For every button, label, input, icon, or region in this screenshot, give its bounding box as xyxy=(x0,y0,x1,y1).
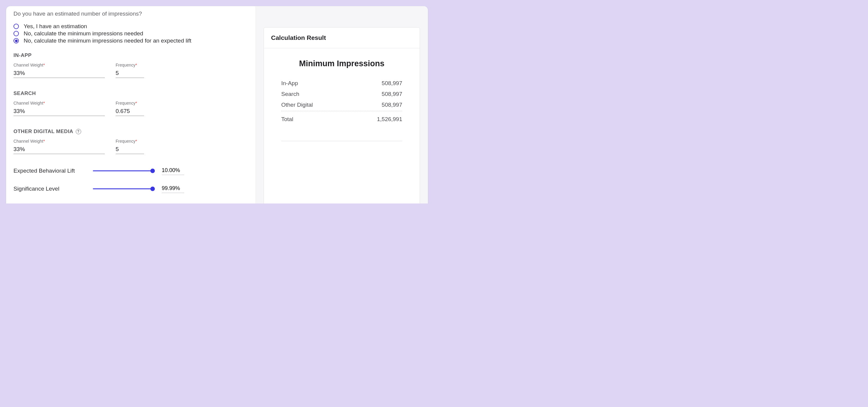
slider-expected-lift-row: Expected Behavioral Lift xyxy=(13,167,248,175)
impressions-question: Do you have an estimated number of impre… xyxy=(13,10,248,17)
radio-icon xyxy=(13,38,19,43)
result-card: Calculation Result Minimum Impressions I… xyxy=(264,27,420,204)
search-weight-input[interactable] xyxy=(13,107,105,116)
slider-expected-lift-label: Expected Behavioral Lift xyxy=(13,168,84,174)
slider-track xyxy=(93,171,153,171)
inapp-frequency-input[interactable] xyxy=(116,69,144,78)
slider-track xyxy=(93,188,153,190)
radio-icon xyxy=(13,31,19,36)
field-label: Channel Weight* xyxy=(13,63,105,67)
other-weight-input[interactable] xyxy=(13,145,105,154)
significance-value-input[interactable] xyxy=(162,185,184,193)
result-row-other: Other Digital 508,997 xyxy=(281,99,402,110)
label-text: Channel Weight xyxy=(13,139,43,144)
result-table: In-App 508,997 Search 508,997 Other Digi… xyxy=(281,78,402,125)
result-pane: Calculation Result Minimum Impressions I… xyxy=(255,6,428,204)
field-row: Channel Weight* Frequency* xyxy=(13,101,248,116)
field-frequency: Frequency* xyxy=(116,139,144,154)
channel-other-title-text: OTHER DIGITAL MEDIA xyxy=(13,128,73,135)
help-icon[interactable]: ? xyxy=(76,129,81,134)
field-label: Frequency* xyxy=(116,63,144,67)
slider-value-box xyxy=(162,167,184,175)
result-row-value: 508,997 xyxy=(381,101,402,108)
field-row: Channel Weight* Frequency* xyxy=(13,63,248,78)
slider-significance-row: Significance Level xyxy=(13,185,248,193)
radio-option-have-estimation[interactable]: Yes, I have an estimation xyxy=(13,23,248,30)
divider xyxy=(281,141,402,141)
result-row-label: Search xyxy=(281,91,299,97)
label-text: Frequency xyxy=(116,139,135,144)
channel-inapp-title: IN-APP xyxy=(13,53,248,58)
channel-search-title: SEARCH xyxy=(13,90,248,96)
impressions-radio-group: Yes, I have an estimation No, calculate … xyxy=(13,23,248,44)
radio-label: Yes, I have an estimation xyxy=(24,23,87,30)
channel-other-digital: OTHER DIGITAL MEDIA ? Channel Weight* Fr… xyxy=(13,128,248,154)
radio-option-calc-minimum[interactable]: No, calculate the minimum impressions ne… xyxy=(13,30,248,37)
result-row-value: 508,997 xyxy=(381,91,402,97)
required-star: * xyxy=(43,139,44,144)
result-row-total: Total 1,526,991 xyxy=(281,111,402,125)
slider-thumb xyxy=(150,169,155,173)
channel-search: SEARCH Channel Weight* Frequency* xyxy=(13,90,248,116)
radio-label: No, calculate the minimum impressions ne… xyxy=(24,37,191,44)
inapp-weight-input[interactable] xyxy=(13,69,105,78)
result-row-search: Search 508,997 xyxy=(281,89,402,99)
result-title: Minimum Impressions xyxy=(281,59,402,68)
field-frequency: Frequency* xyxy=(116,101,144,116)
other-frequency-input[interactable] xyxy=(116,145,144,154)
result-body: Minimum Impressions In-App 508,997 Searc… xyxy=(264,48,420,141)
field-channel-weight: Channel Weight* xyxy=(13,101,105,116)
slider-thumb xyxy=(150,187,155,191)
slider-value-box xyxy=(162,185,184,193)
required-star: * xyxy=(135,139,137,144)
radio-icon xyxy=(13,24,19,29)
result-row-label: Other Digital xyxy=(281,101,313,108)
radio-label: No, calculate the minimum impressions ne… xyxy=(24,30,143,37)
slider-expected-lift[interactable] xyxy=(93,168,153,174)
label-text: Frequency xyxy=(116,101,135,106)
search-frequency-input[interactable] xyxy=(116,107,144,116)
form-pane: Do you have an estimated number of impre… xyxy=(6,6,255,204)
result-row-value: 508,997 xyxy=(381,80,402,87)
required-star: * xyxy=(135,63,137,67)
channel-other-title: OTHER DIGITAL MEDIA ? xyxy=(13,128,248,135)
required-star: * xyxy=(43,63,44,67)
result-card-title: Calculation Result xyxy=(264,28,420,48)
field-channel-weight: Channel Weight* xyxy=(13,63,105,78)
radio-option-calc-minimum-lift[interactable]: No, calculate the minimum impressions ne… xyxy=(13,37,248,44)
result-row-label: Total xyxy=(281,116,293,123)
channel-inapp: IN-APP Channel Weight* Frequency* xyxy=(13,53,248,78)
field-label: Frequency* xyxy=(116,139,144,144)
result-row-inapp: In-App 508,997 xyxy=(281,78,402,89)
field-label: Channel Weight* xyxy=(13,101,105,106)
expected-lift-value-input[interactable] xyxy=(162,167,184,175)
label-text: Channel Weight xyxy=(13,101,43,106)
field-frequency: Frequency* xyxy=(116,63,144,78)
label-text: Frequency xyxy=(116,63,135,67)
field-label: Frequency* xyxy=(116,101,144,106)
slider-significance-label: Significance Level xyxy=(13,185,84,192)
slider-significance[interactable] xyxy=(93,186,153,192)
result-row-label: In-App xyxy=(281,80,298,87)
label-text: Channel Weight xyxy=(13,63,43,67)
result-row-value: 1,526,991 xyxy=(377,116,402,123)
main-card: Do you have an estimated number of impre… xyxy=(6,6,428,204)
required-star: * xyxy=(43,101,44,106)
field-row: Channel Weight* Frequency* xyxy=(13,139,248,154)
field-channel-weight: Channel Weight* xyxy=(13,139,105,154)
field-label: Channel Weight* xyxy=(13,139,105,144)
required-star: * xyxy=(135,101,137,106)
